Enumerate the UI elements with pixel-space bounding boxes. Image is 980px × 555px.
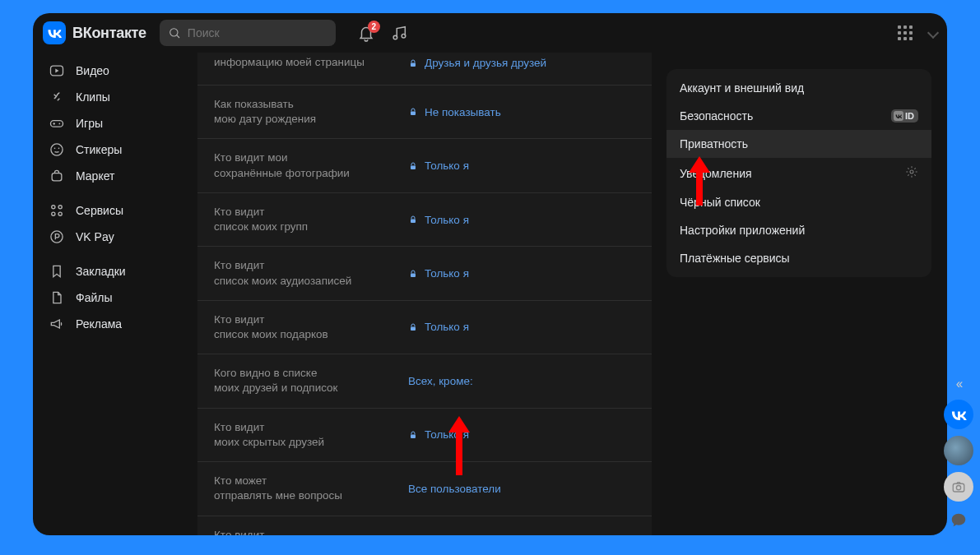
floating-rail: ‹‹: [944, 377, 973, 533]
lock-icon: [408, 269, 418, 279]
svg-rect-21: [411, 434, 416, 438]
svg-point-14: [51, 231, 63, 243]
settings-nav-item[interactable]: Платёжные сервисы: [666, 244, 931, 272]
privacy-row-value[interactable]: Не показывать: [408, 106, 501, 118]
sidebar-item-label: Реклама: [76, 317, 122, 331]
sidebar-item-files[interactable]: Файлы: [39, 284, 197, 311]
collapse-rail-button[interactable]: ‹‹: [956, 377, 962, 391]
svg-rect-20: [411, 326, 416, 331]
privacy-row-value[interactable]: Только я: [408, 267, 469, 280]
sidebar-item-label: Закладки: [76, 265, 126, 278]
sidebar-item-label: Файлы: [76, 291, 112, 304]
lock-icon: [408, 58, 418, 68]
vkpay-icon: [48, 228, 66, 246]
privacy-row-label: Кто видитсписок моих значков: [214, 528, 408, 536]
logo[interactable]: ВКонтакте: [43, 21, 146, 44]
notifications-button[interactable]: 2: [357, 24, 375, 42]
svg-point-10: [52, 206, 55, 209]
rail-chat-button[interactable]: [950, 511, 968, 533]
rail-camera-button[interactable]: [944, 472, 973, 502]
vk-icon: [950, 409, 967, 420]
sidebar-item-bookmarks[interactable]: Закладки: [39, 258, 197, 284]
ads-icon: [48, 315, 66, 333]
clips-icon: [48, 88, 66, 106]
lock-icon: [408, 161, 418, 171]
settings-nav-label: Платёжные сервисы: [680, 252, 790, 265]
sidebar-item-vkpay[interactable]: VK Pay: [39, 224, 197, 250]
camera-icon: [951, 479, 966, 494]
lock-icon: [408, 430, 418, 440]
svg-point-2: [402, 34, 406, 38]
stickers-icon: [48, 141, 66, 159]
lock-icon: [408, 107, 418, 117]
svg-point-8: [58, 148, 60, 150]
privacy-row-value[interactable]: Только я: [408, 428, 469, 441]
brand-text: ВКонтакте: [72, 25, 146, 42]
settings-nav-label: Чёрный список: [680, 196, 760, 209]
sidebar-item-services[interactable]: Сервисы: [39, 197, 197, 224]
privacy-row-label: Кто можетотправлять мне вопросы: [214, 474, 408, 503]
settings-nav-item[interactable]: Аккаунт и внешний вид: [666, 74, 931, 102]
settings-nav-column: Аккаунт и внешний видБезопасностьIDПрива…: [666, 53, 931, 535]
search-icon: [168, 26, 181, 39]
privacy-row-value[interactable]: Только я: [408, 160, 469, 172]
privacy-row: Кто видитсписок моих значковВсе пользова…: [197, 516, 652, 536]
privacy-row: Кто видитсписок моих группТолько я: [197, 193, 652, 247]
settings-nav-label: Приватность: [680, 137, 748, 150]
privacy-row-label: Кто видит моисохранённые фотографии: [214, 150, 408, 180]
vk-logo-icon: [43, 21, 66, 44]
svg-rect-18: [411, 220, 416, 224]
privacy-row-value[interactable]: Только я: [408, 214, 469, 226]
notifications-badge: 2: [368, 21, 380, 33]
privacy-row-value[interactable]: Только я: [408, 321, 469, 333]
header: ВКонтакте 2: [33, 13, 947, 53]
sidebar: Видео Клипы Игры Стикеры Маркет Серв: [33, 53, 197, 535]
sidebar-item-clips[interactable]: Клипы: [39, 84, 197, 110]
apps-grid-button[interactable]: [898, 25, 913, 40]
sidebar-item-label: Видео: [76, 64, 109, 77]
search-input-wrap[interactable]: [160, 20, 336, 46]
privacy-row-label: Кто видитсписок моих аудиозаписей: [214, 258, 408, 288]
lock-icon: [408, 215, 418, 224]
svg-point-12: [52, 212, 55, 215]
settings-nav-item[interactable]: Уведомления: [666, 158, 931, 188]
privacy-row-value[interactable]: Друзья и друзья друзей: [408, 57, 546, 69]
svg-rect-15: [411, 62, 416, 67]
privacy-row: Как показыватьмою дату рожденияНе показы…: [197, 86, 652, 139]
privacy-row-value[interactable]: Всех, кроме:: [408, 375, 473, 387]
settings-nav-item[interactable]: Приватность: [666, 130, 931, 158]
settings-nav-item[interactable]: Настройки приложений: [666, 216, 931, 244]
sidebar-item-stickers[interactable]: Стикеры: [39, 136, 197, 163]
lock-icon: [408, 322, 418, 332]
sidebar-item-label: Игры: [76, 117, 103, 130]
sidebar-item-market[interactable]: Маркет: [39, 163, 197, 189]
privacy-row-value[interactable]: Все пользователи: [408, 483, 501, 495]
gear-icon: [905, 165, 918, 181]
settings-nav-item[interactable]: Чёрный список: [666, 188, 931, 216]
music-icon: [390, 24, 408, 42]
svg-point-1: [393, 35, 397, 39]
sidebar-item-label: Клипы: [76, 90, 110, 104]
chat-icon: [950, 511, 968, 530]
sidebar-item-label: Маркет: [76, 169, 114, 183]
sidebar-item-label: Стикеры: [76, 143, 122, 156]
privacy-row-label: Как показыватьмою дату рождения: [214, 97, 408, 127]
music-button[interactable]: [390, 24, 408, 42]
privacy-row: Кто видитсписок моих аудиозаписейТолько …: [197, 247, 652, 300]
rail-vk-avatar[interactable]: [944, 400, 973, 429]
vkid-badge: ID: [891, 109, 918, 123]
svg-point-0: [170, 29, 177, 36]
account-menu-chevron-icon[interactable]: [927, 27, 939, 39]
search-input[interactable]: [188, 26, 327, 39]
settings-nav-card: Аккаунт и внешний видБезопасностьIDПрива…: [666, 69, 931, 277]
svg-point-6: [51, 144, 63, 155]
svg-point-13: [58, 212, 62, 215]
privacy-row-label: информацию моей страницы: [214, 55, 408, 70]
settings-nav-item[interactable]: БезопасностьID: [666, 102, 931, 130]
sidebar-item-ads[interactable]: Реклама: [39, 311, 197, 337]
svg-rect-4: [51, 121, 63, 127]
body: Видео Клипы Игры Стикеры Маркет Серв: [33, 53, 947, 535]
sidebar-item-games[interactable]: Игры: [39, 110, 197, 136]
sidebar-item-video[interactable]: Видео: [39, 58, 197, 84]
rail-user-avatar[interactable]: [944, 436, 973, 465]
